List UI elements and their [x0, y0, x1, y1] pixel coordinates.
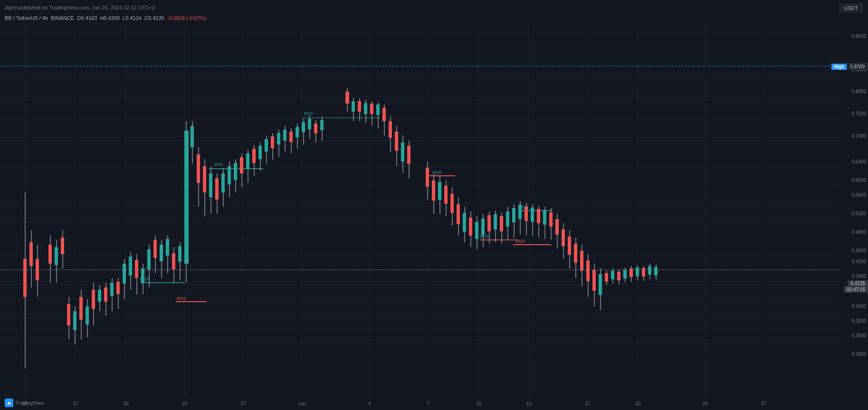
svg-rect-191: [500, 216, 503, 231]
x-label-27: 27: [241, 401, 246, 406]
svg-rect-167: [438, 182, 441, 200]
svg-rect-35: [23, 259, 27, 297]
svg-rect-47: [67, 304, 70, 325]
svg-text:MSS: MSS: [515, 239, 525, 244]
svg-rect-87: [178, 246, 181, 262]
x-label-4: 4: [368, 401, 371, 406]
svg-rect-59: [104, 287, 107, 302]
svg-rect-241: [648, 266, 651, 275]
tradingview-icon: [5, 399, 13, 407]
y-label-0420: 0.4200: [851, 259, 866, 264]
svg-rect-89: [184, 131, 189, 264]
svg-rect-95: [203, 166, 206, 192]
high-label: High 0.8789: [831, 63, 868, 70]
svg-rect-157: [401, 143, 404, 162]
svg-rect-147: [370, 104, 373, 114]
price-change: -0.0028 (-0.67%): [167, 15, 207, 21]
svg-rect-79: [153, 240, 157, 258]
svg-rect-187: [487, 215, 491, 231]
svg-rect-107: [234, 163, 237, 180]
y-label-0950: 0.9500: [851, 34, 866, 39]
publisher-info: dgtrd published on TradingView.com, Jun …: [5, 5, 155, 10]
svg-rect-143: [358, 101, 361, 112]
svg-rect-117: [258, 146, 262, 159]
x-label-23: 23: [182, 401, 187, 406]
svg-rect-77: [147, 249, 151, 269]
svg-rect-205: [537, 209, 540, 223]
svg-rect-51: [79, 297, 83, 320]
svg-rect-111: [246, 153, 249, 169]
svg-rect-105: [228, 166, 231, 184]
svg-rect-57: [98, 290, 101, 302]
svg-rect-217: [574, 244, 577, 263]
svg-rect-243: [654, 267, 658, 276]
svg-text:BOS: BOS: [304, 111, 313, 116]
svg-rect-233: [623, 270, 627, 278]
symbol-tf: 4h: [42, 15, 48, 21]
svg-rect-227: [605, 273, 608, 282]
svg-rect-173: [457, 204, 460, 224]
svg-rect-171: [450, 194, 454, 213]
svg-rect-63: [116, 282, 120, 294]
svg-rect-179: [475, 222, 478, 239]
svg-rect-103: [221, 173, 225, 192]
svg-rect-231: [617, 272, 620, 280]
svg-rect-137: [320, 120, 324, 130]
svg-rect-119: [265, 139, 268, 152]
svg-rect-207: [543, 210, 546, 225]
svg-rect-175: [463, 213, 466, 232]
symbol-pair: BB / TetherUS: [5, 15, 38, 21]
svg-rect-213: [562, 229, 565, 246]
svg-rect-161: [426, 168, 429, 187]
y-label-0282: 0.2820: [851, 352, 866, 357]
svg-rect-223: [592, 270, 596, 291]
tradingview-text: TradingView: [15, 400, 44, 406]
svg-rect-153: [389, 121, 392, 138]
y-label-0560: 0.5600: [851, 192, 866, 198]
svg-rect-49: [73, 311, 76, 330]
svg-rect-61: [110, 283, 114, 296]
svg-rect-127: [289, 132, 293, 142]
svg-rect-113: [252, 149, 256, 163]
chart-area: BOS MSS: [0, 26, 839, 396]
svg-rect-43: [55, 247, 58, 265]
current-price-time: 02:47:16: [844, 286, 868, 293]
y-label-0450: 0.4500: [851, 248, 866, 253]
ohlc-open: O0.4163: [77, 15, 97, 21]
svg-rect-221: [586, 260, 590, 281]
x-label-24: 24: [703, 401, 708, 406]
svg-rect-123: [277, 133, 280, 144]
svg-rect-195: [506, 211, 509, 227]
y-label-0390: 0.3900: [851, 274, 866, 279]
x-label-13: 13: [526, 401, 532, 406]
svg-rect-229: [611, 271, 614, 279]
svg-rect-189: [494, 214, 497, 229]
ohlc-high: H0.4200: [100, 15, 120, 21]
svg-rect-203: [531, 208, 534, 222]
current-price-value: 0.4135: [848, 280, 868, 286]
svg-text:MSS: MSS: [177, 296, 186, 301]
svg-rect-41: [48, 245, 52, 264]
svg-rect-91: [191, 126, 194, 147]
x-label-10: 10: [476, 401, 481, 406]
svg-rect-149: [376, 105, 380, 115]
svg-rect-85: [172, 253, 175, 269]
svg-rect-163: [432, 181, 435, 200]
svg-rect-139: [345, 92, 349, 104]
svg-rect-185: [481, 219, 485, 235]
svg-rect-225: [599, 274, 602, 295]
svg-rect-129: [296, 127, 299, 137]
svg-rect-121: [271, 136, 274, 148]
x-label-17: 17: [73, 401, 78, 406]
y-label-0750: 0.7500: [851, 111, 866, 116]
svg-rect-81: [160, 245, 163, 261]
svg-text:MSS: MSS: [432, 170, 442, 175]
svg-rect-239: [642, 268, 645, 277]
svg-rect-37: [29, 242, 33, 266]
x-label-27b: 27: [761, 401, 766, 406]
svg-rect-69: [129, 257, 132, 276]
svg-rect-99: [215, 178, 219, 200]
x-label-20b: 20: [635, 401, 640, 406]
y-label-0700: 0.7000: [851, 133, 866, 139]
svg-rect-219: [580, 251, 583, 271]
